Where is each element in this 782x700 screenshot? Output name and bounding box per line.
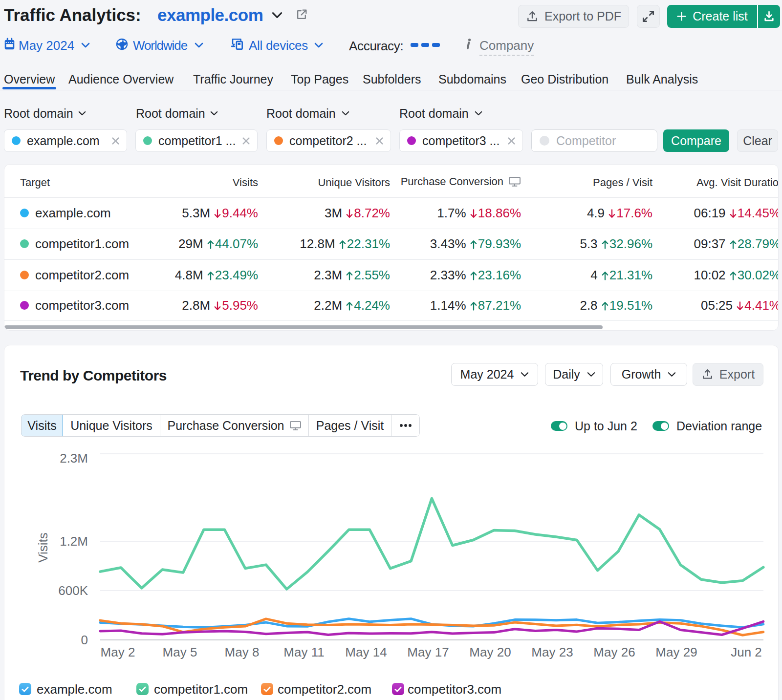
svg-text:Visits: Visits [36,532,50,563]
svg-text:May 20: May 20 [469,645,511,659]
svg-text:May 17: May 17 [407,645,449,659]
svg-text:May 2: May 2 [101,645,135,659]
svg-text:May 26: May 26 [593,645,635,659]
svg-text:May 14: May 14 [345,645,387,659]
svg-text:May 11: May 11 [283,645,324,659]
svg-text:0: 0 [81,633,88,647]
svg-text:600K: 600K [58,583,88,598]
svg-text:Jun 2: Jun 2 [731,645,762,659]
svg-text:1.2M: 1.2M [60,534,88,549]
svg-text:May 8: May 8 [225,645,260,659]
svg-text:May 23: May 23 [531,645,573,659]
svg-text:May 5: May 5 [163,645,197,659]
svg-text:May 29: May 29 [655,645,697,659]
svg-text:2.3M: 2.3M [60,451,88,466]
